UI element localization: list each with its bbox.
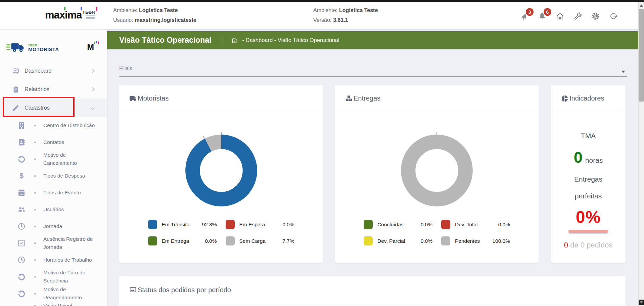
legend-value: 0.0%	[414, 238, 432, 244]
page-title: Visão Tático Operacional	[119, 36, 211, 45]
legend-value: 0.0%	[198, 238, 217, 244]
motoristas-legend: Em Trânsito 92.3% Em Espera 0.0% Em Entr…	[119, 220, 323, 245]
legend-swatch	[148, 220, 157, 229]
legend-value: 0.0%	[276, 222, 294, 228]
truck-logo-icon	[6, 41, 27, 53]
max-motorista-brand: max MOTORISTA M	[0, 29, 107, 62]
legend-swatch	[441, 220, 450, 229]
sidebar-subitem-label: Contatos	[43, 138, 96, 146]
logout-icon[interactable]	[609, 12, 618, 21]
bullet-dot	[34, 305, 36, 306]
logo-text: maxima	[45, 9, 82, 21]
maxima-m-logo: M	[87, 42, 99, 52]
bell-icon[interactable]: 6	[538, 12, 547, 21]
sidebar-item-cadastros[interactable]: Cadastros	[0, 99, 107, 117]
entregas-donut-chart	[398, 132, 475, 209]
sidebar-subitem-horarios-de-trabalho[interactable]: Horários de Trabalho	[0, 252, 107, 268]
bullet-dot	[34, 158, 36, 160]
gear-icon[interactable]	[591, 12, 600, 21]
legend-label: Em Espera	[239, 222, 276, 228]
tma-value: 0	[574, 148, 583, 166]
sidebar-subitem-label: Tipos de Evento	[43, 189, 96, 197]
undo-icon	[17, 290, 26, 298]
legend-item: Sem Carga 7.7%	[226, 236, 294, 245]
undo-icon	[17, 155, 26, 163]
bullet-dot	[34, 259, 36, 261]
pie-chart-icon	[561, 95, 568, 102]
home-icon[interactable]	[556, 12, 564, 21]
logo-blue-tick	[81, 7, 82, 10]
motoristas-card-header: Motoristas	[119, 85, 323, 112]
legend-swatch	[226, 236, 235, 245]
chevron-right-icon	[90, 87, 95, 91]
entregas-perfeitas-line2: perfeitas	[575, 192, 602, 200]
scroll-up-arrow-icon[interactable]	[640, 4, 643, 7]
bullet-dot	[34, 242, 36, 244]
sidebar-subitem-tipos-de-despesa[interactable]: $ Tipos de Despesa	[0, 167, 107, 184]
indicadores-body: TMA 0 horas Entregas perfeitas 0% 0 de 0…	[551, 112, 626, 250]
bullet-dot	[34, 209, 36, 211]
bullet-dot	[34, 142, 36, 143]
legend-item: Dev. Total 0.0%	[441, 220, 510, 229]
boxes-icon	[345, 95, 353, 102]
header-divider	[223, 35, 223, 46]
sidebar-item-label: Relatórios	[25, 86, 49, 92]
sidebar-item-relatorios[interactable]: Relatórios	[0, 80, 107, 99]
pedidos-count: 0 de 0 pedidos	[564, 241, 612, 250]
entregas-card-header: Entregas	[335, 85, 539, 112]
legend-value: 0.0%	[414, 222, 432, 228]
pedidos-count-value: 0	[564, 241, 568, 249]
legend-label: Sem Carga	[239, 238, 276, 244]
sidebar-item-label: Dashboard	[25, 68, 52, 74]
clock-icon	[17, 256, 26, 264]
legend-value: 100.0%	[491, 238, 510, 244]
card-title: Entregas	[354, 94, 380, 102]
sidebar-item-dashboard[interactable]: Dashboard	[0, 62, 107, 80]
building-icon	[17, 121, 26, 129]
dashboard-chart-icon	[12, 67, 19, 75]
sidebar-subitem-motivo-de-furo-de-sequencia[interactable]: Motivo de Furo de Sequência	[0, 268, 107, 285]
filiais-select[interactable]: Filiais	[119, 65, 627, 77]
legend-swatch	[441, 236, 450, 245]
bullet-dot	[34, 226, 36, 227]
legend-item: Concluídas 0.0%	[364, 220, 432, 229]
megaphone-icon[interactable]: 3	[520, 12, 529, 21]
sidebar-subitem-label: Visão Painel	[43, 302, 96, 306]
vertical-scrollbar[interactable]	[638, 2, 644, 306]
entregas-legend: Concluídas 0.0% Dev. Total 0.0% Dev. Par…	[335, 220, 539, 245]
ambiente-label: Ambiente:	[113, 7, 137, 13]
sidebar-subitem-centro-de-distribuicao[interactable]: Centro de Distribuição	[0, 117, 107, 134]
logo-pink-tick	[96, 7, 97, 11]
sidebar-subitem-label: Tipos de Despesa	[43, 172, 96, 180]
sidebar-subitem-label: Ausência Registro de Jornada	[43, 235, 96, 251]
dropdown-caret-icon	[621, 71, 625, 73]
environment-user-info: Ambiente:Logística Teste Usuário:maxstri…	[113, 2, 196, 29]
sidebar-subitem-contatos[interactable]: Contatos	[0, 134, 107, 151]
sidebar-subitem-usuarios[interactable]: Usuários	[0, 201, 107, 218]
home-icon[interactable]	[231, 37, 238, 44]
sidebar-subitem-jornada[interactable]: Jornada	[0, 218, 107, 235]
scroll-down-arrow-icon[interactable]	[639, 300, 644, 305]
checkbox-icon	[17, 239, 26, 247]
legend-swatch	[148, 236, 157, 245]
area-chart-icon	[129, 286, 137, 294]
motoristas-card: Motoristas Em Trânsito 92.3% Em Espera 0…	[119, 85, 323, 263]
logo-green-tick	[64, 7, 65, 10]
card-title: Indicadores	[569, 94, 604, 102]
wrench-icon[interactable]	[573, 12, 582, 21]
card-title: Status dos pedidos por período	[138, 286, 231, 294]
legend-swatch	[226, 220, 235, 229]
versao-label: Versão:	[313, 17, 331, 23]
hamburger-menu-icon[interactable]	[86, 12, 95, 19]
sidebar-subitem-motivo-de-cancelamento[interactable]: Motivo de Cancelamento	[0, 151, 107, 167]
truck-icon	[129, 95, 137, 102]
legend-item: Em Entrega 0.0%	[148, 236, 217, 245]
topbar-actions: 3 6	[520, 3, 618, 29]
sidebar-subitem-label: Motivo de Furo de Sequência	[43, 269, 96, 285]
scrollbar-thumb[interactable]	[639, 9, 644, 102]
bell-badge: 6	[543, 7, 552, 16]
sidebar-subitem-ausencia-registro-de-jornada[interactable]: Ausência Registro de Jornada	[0, 235, 107, 252]
undo-icon	[17, 273, 26, 281]
legend-item: Dev. Parcial 0.0%	[364, 236, 432, 245]
sidebar-subitem-tipos-de-evento[interactable]: Tipos de Evento	[0, 184, 107, 201]
